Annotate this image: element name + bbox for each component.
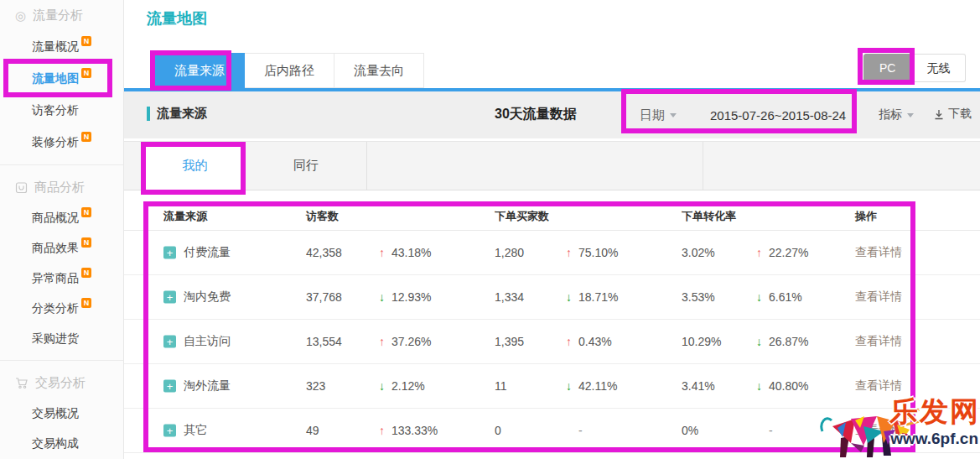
date-picker[interactable]: 日期 2015-07-26~2015-08-24 bbox=[640, 107, 846, 123]
sidebar-group-transaction: 交易分析 bbox=[0, 368, 123, 398]
date-range-value: 2015-07-26~2015-08-24 bbox=[710, 108, 846, 123]
col-visitors: 访客数 bbox=[306, 209, 339, 224]
traffic-source-table: 流量来源 访客数 下单买家数 下单转化率 操作 + 付费流量 42,358 ↑4… bbox=[124, 203, 980, 453]
trend-arrow-icon: ↓ bbox=[756, 335, 769, 348]
buyers-value: 1,395 bbox=[495, 335, 524, 348]
tab-instore-path[interactable]: 店内路径 bbox=[245, 53, 334, 88]
table-row: + 自主访问 13,554 ↑37.26% 1,395 ↑0.43% 10.29… bbox=[124, 320, 980, 364]
sidebar: ◎ 流量分析 流量概况N 流量地图N 访客分析 装修分析N 商品分析 商品概况N… bbox=[0, 0, 124, 459]
sidebar-item-decoration-analysis[interactable]: 装修分析N bbox=[0, 126, 123, 158]
view-details-link[interactable]: 查看详情 bbox=[855, 423, 902, 438]
conversion-change: - bbox=[756, 424, 773, 437]
trend-arrow-icon: ↑ bbox=[379, 246, 391, 259]
trend-arrow-icon: ↑ bbox=[379, 335, 391, 348]
sidebar-group-label: 交易分析 bbox=[35, 375, 86, 391]
sidebar-item-product-effect[interactable]: 商品效果N bbox=[0, 232, 123, 263]
buyers-value: 0 bbox=[495, 424, 501, 437]
buyers-change: ↓18.71% bbox=[566, 290, 618, 304]
visitors-value: 42,358 bbox=[306, 246, 342, 259]
sidebar-item-purchase[interactable]: 采购进货 bbox=[0, 323, 123, 353]
sidebar-item-traffic-overview[interactable]: 流量概况N bbox=[0, 30, 123, 62]
trend-arrow-icon: ↓ bbox=[756, 290, 769, 304]
period-label: 30天流量数据 bbox=[495, 106, 577, 123]
subtab-mine[interactable]: 我的 bbox=[144, 142, 246, 190]
view-details-link[interactable]: 查看详情 bbox=[855, 334, 902, 349]
expand-icon[interactable]: + bbox=[163, 380, 176, 393]
date-label: 日期 bbox=[640, 107, 665, 123]
col-actions: 操作 bbox=[855, 209, 877, 224]
new-badge: N bbox=[81, 207, 91, 217]
pc-toggle-button[interactable]: PC bbox=[863, 54, 911, 82]
trend-arrow-icon: ↓ bbox=[756, 379, 769, 393]
main-content: 流量地图 流量来源 店内路径 流量去向 PC 无线 流量来源 30天流量数据 日… bbox=[124, 0, 980, 459]
trend-arrow-icon: ↓ bbox=[566, 290, 578, 304]
section-bar: 流量来源 30天流量数据 日期 2015-07-26~2015-08-24 指标… bbox=[124, 91, 980, 138]
conversion-value: 10.29% bbox=[682, 335, 721, 348]
sidebar-group-product: 商品分析 bbox=[0, 172, 123, 202]
visitors-change: ↓2.12% bbox=[379, 379, 425, 393]
sidebar-divider bbox=[0, 164, 123, 165]
sidebar-divider bbox=[0, 360, 123, 361]
trend-arrow-icon: ↓ bbox=[379, 379, 391, 393]
sidebar-item-category-analysis[interactable]: 分类分析N bbox=[0, 293, 123, 323]
source-name: 自主访问 bbox=[184, 334, 231, 349]
tab-traffic-destination[interactable]: 流量去向 bbox=[334, 53, 424, 88]
conversion-value: 3.53% bbox=[682, 290, 715, 304]
chevron-down-icon bbox=[907, 113, 914, 117]
trend-arrow-icon: ↑ bbox=[379, 424, 391, 437]
expand-icon[interactable]: + bbox=[163, 336, 176, 348]
sidebar-item-traffic-map[interactable]: 流量地图N bbox=[0, 62, 123, 94]
visitors-value: 13,554 bbox=[306, 335, 342, 348]
source-name: 其它 bbox=[184, 423, 207, 438]
expand-icon[interactable]: + bbox=[163, 291, 176, 304]
sidebar-group-traffic: ◎ 流量分析 bbox=[0, 0, 123, 30]
cart-icon bbox=[15, 377, 29, 389]
view-details-link[interactable]: 查看详情 bbox=[855, 245, 902, 260]
buyers-change: ↑75.10% bbox=[566, 246, 618, 259]
expand-icon[interactable]: + bbox=[163, 425, 176, 437]
col-traffic-source: 流量来源 bbox=[163, 209, 207, 224]
sidebar-item-transaction-composition[interactable]: 交易构成 bbox=[0, 428, 123, 458]
new-badge: N bbox=[81, 68, 91, 78]
table-row: + 其它 49 ↑133.33% 0 - 0% - 查看详情 bbox=[124, 409, 980, 453]
download-label: 下载 bbox=[948, 107, 972, 122]
buyers-change: ↓42.11% bbox=[566, 379, 617, 393]
tab-traffic-source[interactable]: 流量来源 bbox=[154, 53, 245, 88]
subtabs: 我的 同行 bbox=[124, 141, 980, 190]
section-title: 流量来源 bbox=[147, 106, 207, 122]
table-row: + 付费流量 42,358 ↑43.18% 1,280 ↑75.10% 3.02… bbox=[124, 231, 980, 275]
eye-icon: ◎ bbox=[15, 9, 26, 22]
trend-arrow-icon: ↓ bbox=[379, 290, 391, 304]
visitors-value: 37,768 bbox=[306, 290, 342, 304]
sidebar-item-product-overview[interactable]: 商品概况N bbox=[0, 202, 123, 232]
chevron-down-icon bbox=[670, 113, 677, 117]
sidebar-item-abnormal-product[interactable]: 异常商品N bbox=[0, 263, 123, 293]
visitors-change: ↑37.26% bbox=[379, 335, 431, 348]
col-order-conversion: 下单转化率 bbox=[682, 209, 736, 224]
view-details-link[interactable]: 查看详情 bbox=[855, 289, 902, 305]
source-name: 淘外流量 bbox=[184, 378, 231, 394]
metric-label: 指标 bbox=[879, 107, 902, 123]
visitors-change: ↑43.18% bbox=[379, 246, 431, 259]
view-details-link[interactable]: 查看详情 bbox=[855, 378, 902, 394]
wireless-toggle-button[interactable]: 无线 bbox=[911, 54, 966, 82]
conversion-change: ↓40.80% bbox=[756, 379, 808, 393]
conversion-value: 0% bbox=[682, 424, 698, 437]
subtab-peers[interactable]: 同行 bbox=[246, 142, 367, 190]
sidebar-item-transaction-overview[interactable]: 交易概况 bbox=[0, 398, 123, 428]
source-name: 淘内免费 bbox=[184, 289, 231, 305]
download-button[interactable]: 下载 bbox=[934, 107, 972, 122]
download-icon bbox=[934, 109, 944, 120]
new-badge: N bbox=[81, 298, 91, 308]
page-title: 流量地图 bbox=[147, 8, 207, 29]
main-tabs: 流量来源 店内路径 流量去向 bbox=[154, 53, 424, 88]
table-header: 流量来源 访客数 下单买家数 下单转化率 操作 bbox=[124, 203, 980, 231]
col-order-buyers: 下单买家数 bbox=[495, 209, 549, 224]
buyers-value: 1,280 bbox=[495, 246, 524, 259]
conversion-change: ↓6.61% bbox=[756, 290, 802, 304]
visitors-change: ↑133.33% bbox=[379, 424, 438, 437]
expand-icon[interactable]: + bbox=[163, 247, 176, 259]
metric-dropdown[interactable]: 指标 bbox=[879, 107, 914, 123]
table-row: + 淘外流量 323 ↓2.12% 11 ↓42.11% 3.41% ↓40.8… bbox=[124, 364, 980, 409]
sidebar-item-visitor-analysis[interactable]: 访客分析 bbox=[0, 94, 123, 126]
